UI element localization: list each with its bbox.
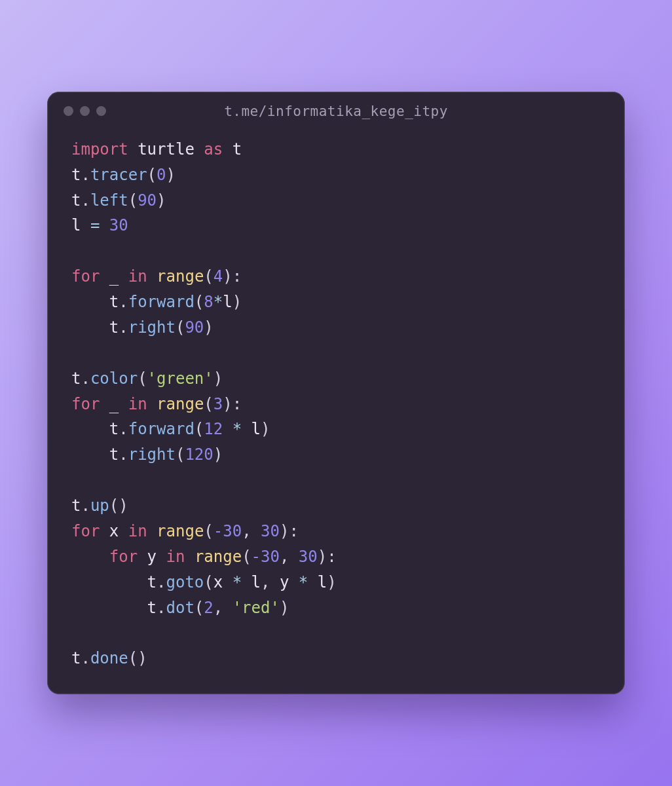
obj: t bbox=[147, 599, 157, 617]
var-l: l bbox=[71, 216, 81, 234]
punct-rpar: ) bbox=[318, 548, 327, 566]
punct-lpar: ( bbox=[128, 191, 138, 210]
punct-rpar: ) bbox=[280, 522, 289, 540]
code-block: import turtle as t t.tracer(0) t.left(90… bbox=[48, 130, 624, 671]
punct-rpar: ) bbox=[233, 293, 242, 311]
punct-lpar: ( bbox=[109, 496, 119, 515]
fn-up: up bbox=[90, 496, 109, 515]
punct-comma: , bbox=[280, 548, 289, 566]
num: 0 bbox=[157, 166, 166, 184]
punct-colon: : bbox=[327, 548, 336, 566]
kw-as: as bbox=[204, 140, 223, 159]
punct-dot: . bbox=[119, 318, 128, 337]
punct-lpar: ( bbox=[176, 318, 185, 337]
titlebar: t.me/informatika_kege_itpy bbox=[48, 92, 624, 130]
op-star: * bbox=[299, 573, 308, 591]
var-l: l bbox=[252, 420, 261, 438]
fn-forward: forward bbox=[128, 293, 195, 311]
kw-for: for bbox=[71, 267, 100, 286]
punct-lpar: ( bbox=[204, 573, 213, 591]
code-window: t.me/informatika_kege_itpy import turtle… bbox=[47, 92, 625, 694]
punct-lpar: ( bbox=[128, 649, 138, 667]
window-zoom-icon[interactable] bbox=[96, 106, 106, 116]
fn-color: color bbox=[90, 369, 138, 388]
punct-dot: . bbox=[81, 166, 90, 184]
str-red: 'red' bbox=[233, 599, 280, 617]
num: 30 bbox=[109, 216, 128, 234]
window-title: t.me/informatika_kege_itpy bbox=[48, 103, 624, 119]
punct-rpar: ) bbox=[157, 191, 166, 210]
kw-for: for bbox=[71, 395, 100, 413]
num: 30 bbox=[261, 522, 280, 540]
punct-lpar: ( bbox=[204, 522, 213, 540]
punct-lpar: ( bbox=[242, 548, 251, 566]
punct-rpar: ) bbox=[166, 166, 176, 184]
punct-lpar: ( bbox=[204, 395, 213, 413]
punct-rpar: ) bbox=[119, 496, 128, 515]
punct-lpar: ( bbox=[195, 420, 204, 438]
str-green: 'green' bbox=[147, 369, 214, 388]
kw-in: in bbox=[128, 522, 147, 540]
module-name: turtle bbox=[138, 140, 195, 159]
punct-colon: : bbox=[233, 267, 242, 286]
punct-lpar: ( bbox=[195, 599, 204, 617]
obj: t bbox=[109, 318, 119, 337]
kw-import: import bbox=[71, 140, 128, 159]
fn-goto: goto bbox=[166, 573, 204, 591]
punct-rpar: ) bbox=[138, 649, 147, 667]
punct-dot: . bbox=[157, 599, 166, 617]
punct-lpar: ( bbox=[147, 166, 157, 184]
obj: t bbox=[147, 573, 157, 591]
punct-rpar: ) bbox=[214, 445, 223, 464]
punct-rpar: ) bbox=[223, 267, 232, 286]
num: 30 bbox=[299, 548, 318, 566]
obj: t bbox=[71, 496, 81, 515]
punct-rpar: ) bbox=[327, 573, 336, 591]
punct-rpar: ) bbox=[204, 318, 213, 337]
fn-forward: forward bbox=[128, 420, 195, 438]
var-y: y bbox=[280, 573, 289, 591]
alias-name: t bbox=[233, 140, 242, 159]
punct-dot: . bbox=[157, 573, 166, 591]
punct-dot: . bbox=[119, 445, 128, 464]
punct-rpar: ) bbox=[261, 420, 270, 438]
obj: t bbox=[71, 369, 81, 388]
num: 4 bbox=[214, 267, 223, 286]
num: 3 bbox=[214, 395, 223, 413]
punct-rpar: ) bbox=[223, 395, 232, 413]
num: 120 bbox=[185, 445, 213, 464]
punct-comma: , bbox=[242, 522, 251, 540]
obj: t bbox=[71, 191, 81, 210]
var-underscore: _ bbox=[109, 395, 119, 413]
var-y: y bbox=[147, 548, 157, 566]
window-minimize-icon[interactable] bbox=[80, 106, 90, 116]
fn-right: right bbox=[128, 445, 176, 464]
builtin-range: range bbox=[157, 522, 204, 540]
fn-dot: dot bbox=[166, 599, 195, 617]
punct-comma: , bbox=[261, 573, 270, 591]
num: 90 bbox=[138, 191, 157, 210]
obj: t bbox=[109, 420, 119, 438]
var-l: l bbox=[223, 293, 232, 311]
kw-in: in bbox=[166, 548, 185, 566]
punct-lpar: ( bbox=[138, 369, 147, 388]
window-close-icon[interactable] bbox=[64, 106, 73, 116]
var-l: l bbox=[252, 573, 261, 591]
punct-dot: . bbox=[81, 369, 90, 388]
var-x: x bbox=[214, 573, 223, 591]
builtin-range: range bbox=[157, 267, 204, 286]
builtin-range: range bbox=[157, 395, 204, 413]
obj: t bbox=[109, 445, 119, 464]
kw-for: for bbox=[109, 548, 138, 566]
kw-in: in bbox=[128, 395, 147, 413]
punct-colon: : bbox=[289, 522, 298, 540]
op-star: * bbox=[233, 573, 242, 591]
punct-lpar: ( bbox=[204, 267, 213, 286]
punct-dot: . bbox=[81, 649, 90, 667]
obj: t bbox=[71, 649, 81, 667]
punct-rpar: ) bbox=[214, 369, 223, 388]
num: 90 bbox=[185, 318, 204, 337]
fn-tracer: tracer bbox=[90, 166, 147, 184]
num: 8 bbox=[204, 293, 213, 311]
var-l: l bbox=[318, 573, 327, 591]
